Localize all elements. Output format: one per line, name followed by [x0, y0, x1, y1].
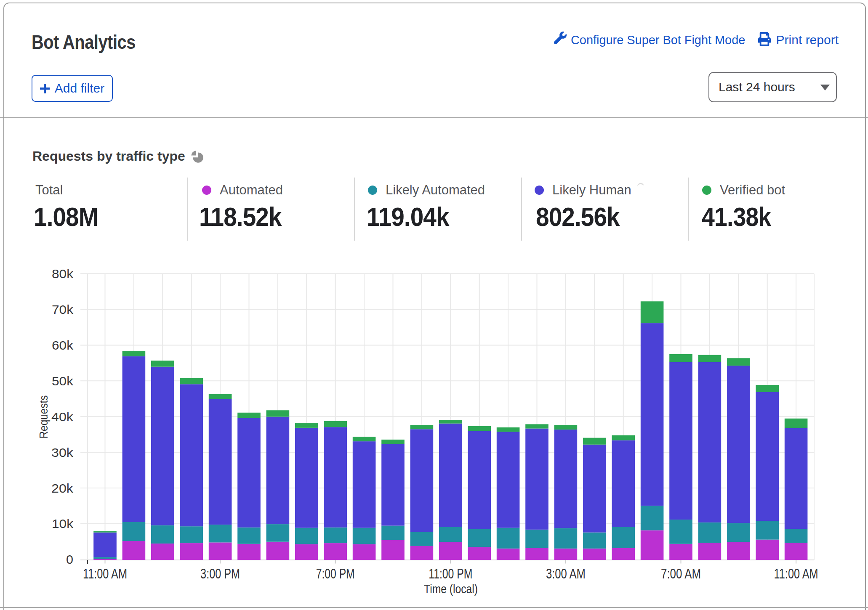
svg-text:11:00 AM: 11:00 AM [774, 566, 818, 581]
svg-text:30k: 30k [51, 446, 74, 459]
svg-text:10k: 10k [52, 517, 74, 530]
svg-text:3:00 AM: 3:00 AM [546, 566, 586, 581]
svg-text:11:00 PM: 11:00 PM [429, 566, 472, 581]
svg-text:7:00 AM: 7:00 AM [661, 566, 701, 581]
svg-text:80k: 80k [52, 267, 74, 281]
svg-text:60k: 60k [52, 338, 74, 352]
svg-text:40k: 40k [51, 410, 74, 424]
svg-text:20k: 20k [51, 481, 74, 495]
svg-text:50k: 50k [52, 374, 74, 388]
svg-text:70k: 70k [52, 302, 74, 316]
svg-text:Requests: Requests [37, 395, 50, 439]
svg-text:0: 0 [66, 552, 73, 566]
svg-text:Time (local): Time (local) [424, 582, 478, 596]
svg-text:7:00 PM: 7:00 PM [316, 566, 355, 581]
svg-text:3:00 PM: 3:00 PM [200, 566, 240, 581]
svg-text:11:00 AM: 11:00 AM [83, 566, 127, 581]
